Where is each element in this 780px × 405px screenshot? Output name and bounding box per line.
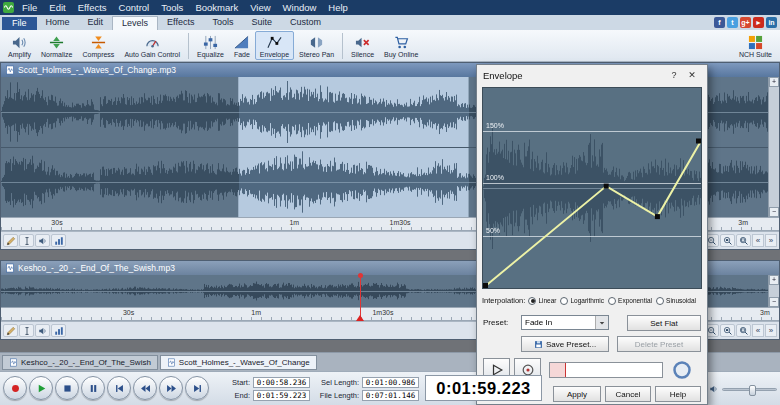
silence-button[interactable]: Silence [346, 31, 379, 60]
dialog-titlebar[interactable]: Envelope ? ✕ [477, 65, 707, 85]
menu-item-file[interactable]: File [16, 0, 43, 15]
menu-item-effects[interactable]: Effects [72, 0, 113, 15]
tab-tools[interactable]: Tools [203, 16, 242, 29]
amplify-button[interactable]: Amplify [3, 31, 36, 60]
stop-button[interactable] [55, 376, 79, 400]
menu-item-window[interactable]: Window [277, 0, 323, 15]
zoom-full-icon[interactable] [736, 324, 751, 337]
selection-tool-icon[interactable] [19, 324, 34, 337]
scroll-left-button[interactable]: « [752, 324, 764, 337]
menu-item-tools[interactable]: Tools [155, 0, 189, 15]
envelope-curve[interactable] [483, 88, 701, 288]
volume-control [709, 384, 777, 394]
auto-gain-control-label: Auto Gain Control [124, 51, 180, 58]
scroll-left-button[interactable]: « [752, 234, 764, 247]
youtube-icon[interactable]: ► [753, 17, 764, 28]
draw-tool-icon[interactable] [3, 324, 18, 337]
radio-sinusoidal[interactable] [656, 297, 664, 305]
preview-progress-played [550, 363, 566, 377]
dropdown-arrow-icon[interactable] [595, 316, 608, 329]
timeline-label-1m: 1m [289, 219, 299, 226]
menu-item-help[interactable]: Help [322, 0, 354, 15]
save-preset-button[interactable]: Save Preset... [521, 336, 609, 352]
save-icon [534, 340, 543, 349]
dialog-close-button[interactable]: ✕ [683, 65, 701, 85]
auto-gain-control-button[interactable]: Auto Gain Control [119, 31, 185, 60]
play-audio-icon[interactable] [35, 234, 50, 247]
start-label: Start: [214, 378, 250, 387]
menu-item-view[interactable]: View [244, 0, 276, 15]
play-audio-icon[interactable] [35, 324, 50, 337]
tab-suite[interactable]: Suite [242, 16, 281, 29]
audio-file-icon [9, 358, 18, 367]
zoom-selection-icon[interactable] [720, 234, 735, 247]
tab-effects[interactable]: Effects [158, 16, 203, 29]
stereo-pan-button[interactable]: Stereo Pan [294, 31, 339, 60]
skip-to-end-button[interactable] [185, 376, 209, 400]
buy-online-button[interactable]: Buy Online [379, 31, 423, 60]
file-tab-keshco-20-end-of-the-swish[interactable]: Keshco_-_20_-_End_Of_The_Swish [2, 355, 158, 370]
tab-edit[interactable]: Edit [79, 16, 113, 29]
twitter-icon[interactable]: t [727, 17, 738, 28]
equalize-button[interactable]: Equalize [192, 31, 229, 60]
vertical-zoom-out-button[interactable]: − [769, 207, 779, 217]
help-button[interactable]: Help [655, 386, 701, 402]
tab-levels[interactable]: Levels [112, 16, 158, 30]
preset-dropdown[interactable]: Fade In [521, 315, 609, 330]
radio-exponential[interactable] [608, 297, 616, 305]
apply-button[interactable]: Apply [553, 386, 601, 402]
vertical-zoom-in-button[interactable]: + [769, 275, 779, 285]
volume-slider[interactable] [722, 388, 777, 391]
linkedin-icon[interactable]: in [766, 17, 777, 28]
buy-online-icon [394, 35, 409, 50]
zoom-selection-icon[interactable] [720, 324, 735, 337]
scroll-right-button[interactable]: » [765, 324, 777, 337]
playback-cursor-handle[interactable] [358, 273, 363, 278]
levels-view-icon[interactable] [51, 324, 66, 337]
radio-label-linear: Linear [538, 297, 556, 304]
record-button[interactable] [3, 376, 27, 400]
scroll-right-button[interactable]: » [765, 234, 777, 247]
cancel-button[interactable]: Cancel [605, 386, 651, 402]
googleplus-icon[interactable]: g+ [740, 17, 751, 28]
compress-button[interactable]: Compress [77, 31, 119, 60]
play-button[interactable] [29, 376, 53, 400]
ribbon-tab-row: File HomeEditLevelsEffectsToolsSuiteCust… [0, 15, 780, 30]
selection-info: Start:0:00:58.236Sel Length:0:01:00.986E… [214, 376, 419, 402]
facebook-icon[interactable]: f [714, 17, 725, 28]
menu-item-edit[interactable]: Edit [43, 0, 71, 15]
preview-record-button[interactable] [672, 360, 692, 380]
set-flat-button[interactable]: Set Flat [627, 315, 701, 331]
rewind-button[interactable] [133, 376, 157, 400]
equalize-icon [203, 35, 218, 50]
file-tab-scott-holmes-waves-of-change[interactable]: Scott_Holmes_-_Waves_Of_Change [160, 355, 317, 370]
normalize-button[interactable]: Normalize [36, 31, 78, 60]
tab-home[interactable]: Home [37, 16, 79, 29]
dialog-help-button[interactable]: ? [665, 65, 683, 85]
levels-view-icon[interactable] [51, 234, 66, 247]
menu-item-control[interactable]: Control [113, 0, 156, 15]
pause-button[interactable] [81, 376, 105, 400]
nch-suite-button[interactable]: NCH Suite [734, 31, 777, 60]
interpolation-options: LinearLogarithmicExponentialSinusoidal [528, 297, 698, 305]
delete-preset-button[interactable]: Delete Preset [617, 336, 701, 352]
vertical-zoom-in-button[interactable]: + [769, 77, 779, 87]
envelope-graph[interactable]: 150%100%50% [482, 87, 702, 289]
audio-file-icon [5, 263, 15, 273]
tab-file[interactable]: File [2, 17, 37, 30]
tab-custom[interactable]: Custom [281, 16, 330, 29]
zoom-full-icon[interactable] [736, 234, 751, 247]
timeline-label-30s: 30s [51, 219, 62, 226]
volume-slider-thumb[interactable] [749, 385, 756, 396]
fast-forward-button[interactable] [159, 376, 183, 400]
toolbar-buttons: AmplifyNormalizeCompressAuto Gain Contro… [3, 31, 423, 60]
draw-tool-icon[interactable] [3, 234, 18, 247]
fade-button[interactable]: Fade [229, 31, 255, 60]
selection-tool-icon[interactable] [19, 234, 34, 247]
envelope-button[interactable]: Envelope [255, 31, 294, 60]
menu-item-bookmark[interactable]: Bookmark [189, 0, 244, 15]
radio-logarithmic[interactable] [560, 297, 568, 305]
radio-linear[interactable] [528, 297, 536, 305]
vertical-zoom-out-button[interactable]: − [769, 297, 779, 307]
skip-to-start-button[interactable] [107, 376, 131, 400]
